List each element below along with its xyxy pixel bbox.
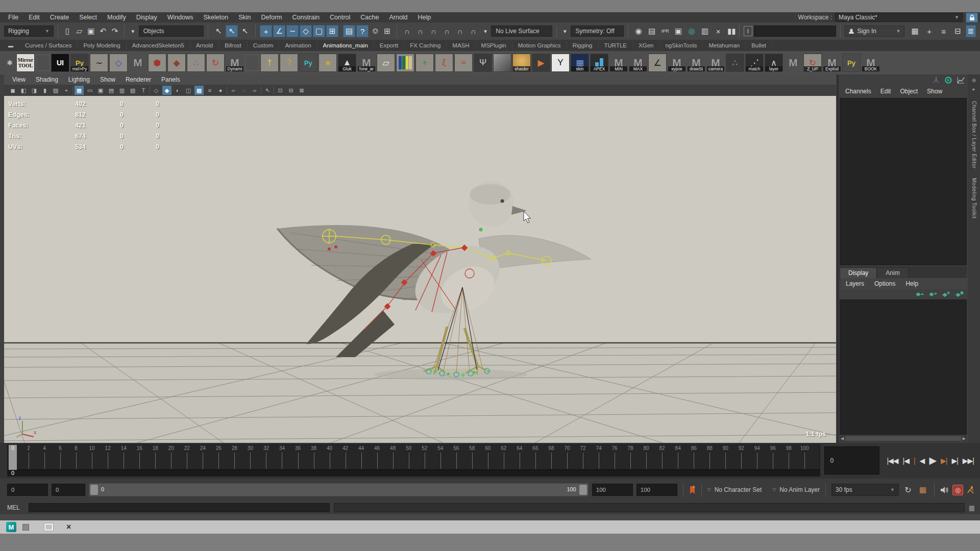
viewport-3d-canvas[interactable]: Verts:40200Edges:81200Faces:42100Tris:67…: [4, 96, 836, 443]
shelf-button--[interactable]: Mкурок: [668, 54, 686, 72]
default-material-icon[interactable]: ◫: [184, 86, 193, 95]
horizontal-scrollbar[interactable]: ◀ ▶: [840, 435, 967, 442]
snap-projected-center-icon[interactable]: ∩: [440, 25, 453, 37]
shadows-icon[interactable]: ●: [216, 86, 225, 95]
menu-file[interactable]: File: [3, 14, 23, 21]
script-editor-icon[interactable]: ▦: [969, 504, 975, 512]
channel-menu-show[interactable]: Show: [922, 88, 947, 95]
two-d-pan-icon[interactable]: +: [62, 86, 71, 95]
range-start-handle[interactable]: [90, 485, 98, 495]
close-button[interactable]: ×: [66, 522, 71, 532]
menu-skeleton[interactable]: Skeleton: [199, 14, 234, 21]
shelf-button-item-21[interactable]: +: [415, 54, 434, 72]
move-tool-icon[interactable]: +: [260, 25, 272, 37]
shelf-button-item-4[interactable]: ∼: [90, 54, 108, 72]
panel-pin-icon[interactable]: ⊕: [972, 78, 976, 83]
pose-editor-icon[interactable]: +: [923, 25, 936, 37]
shelf-tab-animation[interactable]: Animation: [279, 41, 317, 49]
shelf-button-forw-ar[interactable]: Mforw_ar: [357, 54, 376, 72]
scroll-right-icon[interactable]: ▶: [963, 436, 966, 441]
shelf-menu-icon[interactable]: ▬: [5, 43, 16, 48]
plugin-icon-1[interactable]: ▰: [229, 86, 238, 95]
shelf-button-shaider[interactable]: shaider: [512, 54, 531, 72]
shelf-button-item-24[interactable]: Ψ: [474, 54, 492, 72]
attribute-editor-icon[interactable]: ⊟: [952, 25, 964, 37]
render-current-frame-icon[interactable]: ▤: [646, 25, 658, 37]
manipulator-tool-icon[interactable]: ▢: [313, 25, 325, 37]
range-end-handle[interactable]: [579, 485, 587, 495]
shelf-tab-metahuman[interactable]: Metahuman: [703, 41, 746, 49]
shelf-button-item-22[interactable]: ξ: [435, 54, 453, 72]
fps-select[interactable]: 30 fps▼: [831, 484, 899, 496]
save-scene-button[interactable]: ▣: [86, 25, 96, 37]
image-plane-icon[interactable]: ▨: [51, 86, 60, 95]
shelf-button-item-16[interactable]: ★: [318, 54, 337, 72]
viewport-menu-renderer[interactable]: Renderer: [120, 76, 156, 83]
selection-mask-select[interactable]: Objects: [139, 26, 204, 37]
shelf-button-match[interactable]: ⋰match: [745, 54, 764, 72]
menu-display[interactable]: Display: [131, 14, 162, 21]
shelf-button-item-9[interactable]: ∴: [187, 54, 205, 72]
channel-menu-object[interactable]: Object: [895, 88, 922, 95]
anim-layer-select[interactable]: No Anim Layer: [779, 486, 820, 493]
move-layer-up-icon[interactable]: [915, 291, 924, 298]
chevron-down-icon[interactable]: ▾: [560, 25, 569, 37]
shelf-button-item-25[interactable]: [493, 54, 511, 72]
shelf-tab-xgen[interactable]: XGen: [633, 41, 659, 49]
plugin-icon-2[interactable]: ○: [239, 86, 249, 95]
play-backwards-button[interactable]: ◀: [920, 457, 925, 465]
menu-deform[interactable]: Deform: [256, 14, 287, 21]
highlight-selection-icon[interactable]: ⊞: [382, 25, 392, 37]
viewport-menu-shading[interactable]: Shading: [31, 76, 63, 83]
layer-tab-display[interactable]: Display: [840, 267, 877, 278]
ipr-render-icon[interactable]: IPR: [659, 25, 671, 37]
shelf-tab-bifrost[interactable]: Bifrost: [219, 41, 248, 49]
shelf-button-item-33[interactable]: ∠: [648, 54, 667, 72]
anim-preferences-icon[interactable]: [967, 486, 975, 494]
shelf-button-item-10[interactable]: ↻: [206, 54, 225, 72]
gate-mask-icon[interactable]: ▤: [107, 86, 116, 95]
component-tool-icon[interactable]: ⊞: [326, 25, 338, 37]
shelf-button-max[interactable]: MMAX: [629, 54, 647, 72]
shelf-button-dynami[interactable]: MDynami: [226, 54, 244, 72]
curve-tool-icon[interactable]: ∼: [286, 25, 299, 37]
outliner-panel-icon[interactable]: ▦: [909, 25, 921, 37]
render-shader-ball-icon[interactable]: ◎: [685, 25, 698, 37]
redo-button[interactable]: ↷: [110, 25, 120, 37]
command-input-field[interactable]: [754, 26, 836, 37]
shelf-button-item-27[interactable]: ▶: [532, 54, 550, 72]
safe-action-icon[interactable]: ▧: [128, 86, 137, 95]
shelf-tab-curves-surfaces[interactable]: Curves / Surfaces: [19, 41, 78, 49]
cached-playback-icon[interactable]: ▦: [917, 484, 928, 495]
open-scene-button[interactable]: ▱: [74, 25, 84, 37]
snap-view-plane-icon[interactable]: ∩: [454, 25, 466, 37]
workspace-lock-button[interactable]: [966, 13, 978, 22]
shelf-button-item-0[interactable]: Mirror TOOL: [16, 54, 35, 72]
workspace-select[interactable]: Maya Classic* ▼: [835, 13, 963, 22]
shelf-button-z-up[interactable]: ↻Z_UP: [803, 54, 822, 72]
sign-in-select[interactable]: Sign In ▼: [845, 26, 904, 37]
shelf-button-min[interactable]: MMIN: [609, 54, 628, 72]
character-set-select[interactable]: No Character Set: [715, 486, 762, 493]
scale-tool-icon[interactable]: ◇: [300, 25, 312, 37]
shelf-button-mel-py[interactable]: Pymel>Py: [70, 54, 89, 72]
wireframe-icon[interactable]: ◇: [152, 86, 161, 95]
menu-control[interactable]: Control: [325, 14, 355, 21]
paint-select-tool-icon[interactable]: ↖: [239, 25, 251, 37]
shelf-button-book[interactable]: MBOOK: [862, 54, 880, 72]
plugin-icon-3[interactable]: ▰: [250, 86, 259, 95]
shelf-button-item-23[interactable]: ≈: [454, 54, 473, 72]
menu-cache[interactable]: Cache: [355, 14, 384, 21]
input-line-icon[interactable]: I: [744, 26, 752, 36]
go-to-end-button[interactable]: ▶▶|: [963, 457, 974, 465]
stop-render-icon[interactable]: ×: [712, 25, 724, 37]
rotate-tool-icon[interactable]: ∠: [273, 25, 285, 37]
menu-select[interactable]: Select: [74, 14, 102, 21]
shelf-tab-arnold[interactable]: Arnold: [190, 41, 219, 49]
panel-collapse-icon[interactable]: ▸: [972, 86, 975, 92]
viewport-menu-view[interactable]: View: [7, 76, 31, 83]
resolution-gate-icon[interactable]: ▣: [96, 86, 105, 95]
new-empty-layer-icon[interactable]: [942, 291, 950, 298]
menu-edit[interactable]: Edit: [23, 14, 45, 21]
grid-icon[interactable]: ▦: [75, 86, 84, 95]
